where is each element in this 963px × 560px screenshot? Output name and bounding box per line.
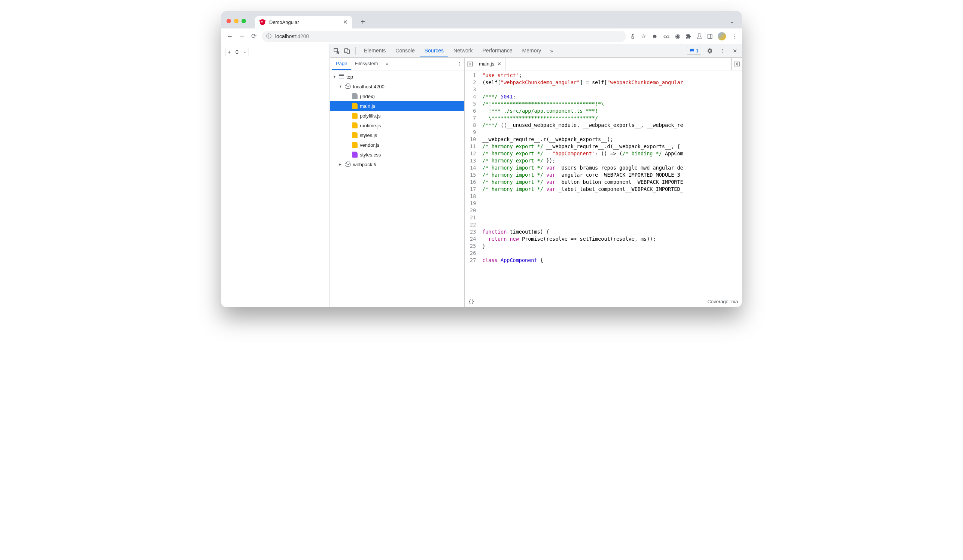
- line-gutter: 1234567891011121314151617181920212223242…: [465, 70, 479, 296]
- editor-tabs: main.js ✕: [465, 58, 742, 70]
- file-icon: [352, 122, 358, 128]
- sources-editor: main.js ✕ 123456789101112131415161718192…: [465, 58, 742, 307]
- tree-top[interactable]: ▼top: [330, 72, 464, 82]
- address-bar[interactable]: ⓘ localhost:4200: [262, 31, 626, 42]
- svg-rect-2: [708, 34, 712, 38]
- increment-button[interactable]: +: [225, 48, 233, 56]
- counter-widget: + 0 -: [225, 48, 326, 56]
- devtools-tab-memory[interactable]: Memory: [518, 45, 546, 57]
- code-area[interactable]: 1234567891011121314151617181920212223242…: [465, 70, 742, 296]
- tablist-dropdown-icon[interactable]: ⌄: [730, 18, 734, 25]
- devtools-tab-console[interactable]: Console: [391, 45, 419, 57]
- svg-rect-6: [347, 50, 350, 53]
- close-editor-tab-icon[interactable]: ✕: [497, 61, 501, 66]
- url-host: localhost: [275, 33, 296, 39]
- toggle-navigator-icon[interactable]: [465, 58, 475, 70]
- reading-list-icon[interactable]: [707, 34, 713, 39]
- reload-button[interactable]: ⟳: [250, 32, 258, 40]
- tree-file[interactable]: polyfills.js: [330, 111, 464, 121]
- extensions-puzzle-icon[interactable]: [686, 33, 692, 39]
- sources-body: PageFilesystem » ⋮ ▼top▼localhost:4200(i…: [330, 58, 742, 307]
- close-window-icon[interactable]: [227, 19, 231, 23]
- more-subtabs-icon[interactable]: »: [386, 61, 388, 66]
- maximize-window-icon[interactable]: [242, 19, 246, 23]
- browser-tabstrip: DemoAngular ✕ + ⌄: [221, 11, 742, 28]
- editor-tab-label: main.js: [479, 61, 494, 66]
- tree-file[interactable]: vendor.js: [330, 140, 464, 150]
- file-tree: ▼top▼localhost:4200(index)main.jspolyfil…: [330, 70, 464, 307]
- devtools-panel-tabs: ElementsConsoleSourcesNetworkPerformance…: [360, 45, 546, 57]
- bookmark-star-icon[interactable]: ☆: [641, 32, 646, 40]
- browser-tab[interactable]: DemoAngular ✕: [255, 16, 352, 28]
- tree-webpack[interactable]: ▶webpack://: [330, 159, 464, 169]
- close-tab-icon[interactable]: ✕: [343, 19, 348, 26]
- file-icon: [352, 142, 358, 148]
- toggle-debugger-icon[interactable]: [731, 58, 742, 70]
- navigator-subtab-filesystem[interactable]: Filesystem: [351, 58, 381, 70]
- coverage-status: Coverage: n/a: [707, 299, 738, 304]
- url-rest: :4200: [296, 33, 309, 39]
- site-info-icon[interactable]: ⓘ: [266, 33, 271, 40]
- browser-menu-icon[interactable]: ⋮: [731, 32, 737, 40]
- angular-favicon: [259, 19, 266, 25]
- extension-icon[interactable]: ◉: [675, 32, 680, 40]
- decrement-button[interactable]: -: [241, 48, 249, 56]
- minimize-window-icon[interactable]: [234, 19, 238, 23]
- tree-origin[interactable]: ▼localhost:4200: [330, 82, 464, 91]
- tree-file[interactable]: runtime.js: [330, 121, 464, 130]
- file-icon: [352, 103, 358, 109]
- navigator-subtabs: PageFilesystem » ⋮: [330, 58, 464, 70]
- browser-window: DemoAngular ✕ + ⌄ ← → ⟳ ⓘ localhost:4200…: [221, 11, 742, 307]
- issues-badge[interactable]: 1: [687, 47, 701, 55]
- tab-title: DemoAngular: [269, 19, 299, 25]
- sources-navigator: PageFilesystem » ⋮ ▼top▼localhost:4200(i…: [330, 58, 465, 307]
- tree-file[interactable]: (index): [330, 91, 464, 101]
- more-panels-icon[interactable]: »: [547, 47, 556, 55]
- cloud-icon: [345, 84, 351, 89]
- new-tab-button[interactable]: +: [358, 18, 368, 26]
- issues-count: 1: [696, 48, 699, 53]
- frame-icon: [339, 74, 344, 79]
- devtools-tab-network[interactable]: Network: [449, 45, 477, 57]
- svg-point-1: [667, 36, 669, 38]
- devtools-panel: ElementsConsoleSourcesNetworkPerformance…: [330, 44, 742, 307]
- window-controls: [227, 19, 246, 23]
- editor-status-bar: {} Coverage: n/a: [465, 296, 742, 307]
- devtools-toolbar: ElementsConsoleSourcesNetworkPerformance…: [330, 44, 742, 58]
- content-row: + 0 - ElementsConsoleSourcesNetworkPerfo…: [221, 44, 742, 307]
- svg-point-0: [664, 36, 666, 38]
- forward-button[interactable]: →: [238, 32, 246, 40]
- file-icon: [352, 152, 358, 158]
- editor-tab[interactable]: main.js ✕: [475, 58, 506, 70]
- devtools-tab-sources[interactable]: Sources: [420, 45, 448, 57]
- code-content: "use strict";(self["webpackChunkdemo_ang…: [479, 70, 683, 296]
- navigator-menu-icon[interactable]: ⋮: [457, 61, 462, 66]
- pretty-print-icon[interactable]: {}: [469, 299, 474, 304]
- cloud-icon: [345, 162, 351, 167]
- file-icon: [352, 113, 358, 119]
- address-bar-row: ← → ⟳ ⓘ localhost:4200 ☆ ☻ ◉ ⋮: [221, 28, 742, 44]
- counter-value: 0: [234, 48, 240, 56]
- back-button[interactable]: ←: [226, 32, 234, 40]
- settings-gear-icon[interactable]: [705, 47, 714, 55]
- extension-icon[interactable]: ☻: [652, 33, 658, 40]
- incognito-icon[interactable]: [663, 34, 670, 39]
- inspect-element-icon[interactable]: [332, 47, 341, 55]
- tree-file[interactable]: styles.js: [330, 130, 464, 140]
- devtools-menu-icon[interactable]: ⋮: [718, 47, 727, 55]
- page-viewport: + 0 -: [221, 44, 330, 307]
- tree-file[interactable]: main.js: [330, 101, 464, 111]
- devtools-tab-performance[interactable]: Performance: [478, 45, 517, 57]
- device-toolbar-icon[interactable]: [343, 47, 352, 55]
- labs-icon[interactable]: [697, 33, 702, 39]
- navigator-subtab-page[interactable]: Page: [332, 58, 351, 70]
- share-icon[interactable]: [630, 33, 636, 39]
- close-devtools-icon[interactable]: ✕: [731, 47, 739, 55]
- profile-avatar[interactable]: [718, 32, 726, 40]
- toolbar-icons: ☆ ☻ ◉ ⋮: [630, 32, 737, 40]
- devtools-tab-elements[interactable]: Elements: [360, 45, 390, 57]
- file-icon: [352, 132, 358, 138]
- tree-file[interactable]: styles.css: [330, 150, 464, 159]
- file-icon: [352, 93, 358, 99]
